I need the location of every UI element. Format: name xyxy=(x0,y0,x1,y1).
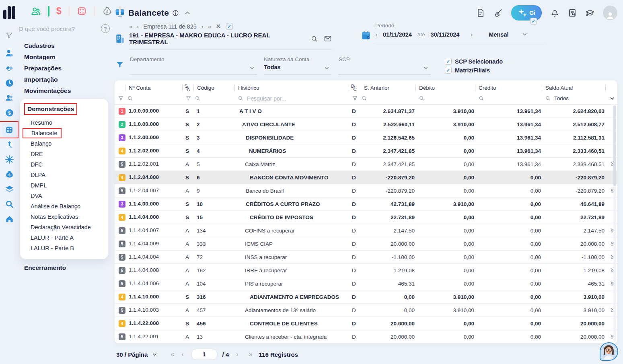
sidebar-item-balancete[interactable]: Balancete xyxy=(23,128,62,138)
debito-filter-search-icon[interactable] xyxy=(419,95,425,101)
period-mode-select[interactable]: Mensal xyxy=(489,31,508,38)
sidebar-item-importacao[interactable]: Importação xyxy=(19,74,114,85)
user-avatar[interactable] xyxy=(603,6,617,20)
sidebar-item-analise-de-balanco[interactable]: Análise de Balanço xyxy=(24,201,104,212)
company-checkbox[interactable]: ✓ xyxy=(226,23,233,30)
sidebar-item-movimentacoes[interactable]: Movimentações xyxy=(19,85,114,97)
info-icon[interactable] xyxy=(172,10,179,16)
company-prev-button[interactable]: ‹ xyxy=(137,23,138,30)
money-bag-gray-icon[interactable]: $ xyxy=(102,6,112,16)
table-row[interactable]: 51.1.4.04.009A333ICMS CIAPD20.000,000,00… xyxy=(115,237,617,251)
per-page-chevron-icon[interactable] xyxy=(152,352,158,358)
period-start-date[interactable]: 01/11/2024 xyxy=(383,31,412,38)
gear-icon[interactable] xyxy=(3,154,15,165)
dc-filter-funnel-icon[interactable] xyxy=(352,95,358,101)
collapse-chevron-up-icon[interactable] xyxy=(184,9,191,16)
conta-filter-search-icon[interactable] xyxy=(127,95,133,101)
col-header-credito[interactable]: Crédito xyxy=(475,84,542,91)
sidebar-item-balanco[interactable]: Balanço xyxy=(24,138,104,149)
company-first-button[interactable]: « xyxy=(129,23,132,30)
sidebar-item-dmpl[interactable]: DMPL xyxy=(24,180,104,191)
search-filter-funnel-icon[interactable] xyxy=(5,31,13,39)
period-end-date[interactable]: 30/11/2024 xyxy=(431,31,460,38)
sidebar-item-declaracao-veracidade[interactable]: Declaração Veracidade xyxy=(24,222,104,232)
table-scrollbar[interactable] xyxy=(613,105,616,186)
app-logo-icon[interactable] xyxy=(3,6,15,19)
sidebar-item-demonstracoes[interactable]: Demonstrações xyxy=(24,103,77,115)
company-search-icon[interactable] xyxy=(310,35,318,43)
mail-icon[interactable] xyxy=(324,35,332,43)
natureza-chevron-icon[interactable] xyxy=(324,65,330,71)
anterior-filter-search-icon[interactable] xyxy=(361,95,367,101)
table-row[interactable]: 41.1.4.10.000S316ADIANTAMENTO A EMPREGAD… xyxy=(115,290,617,304)
period-prev-button[interactable]: ‹ xyxy=(375,31,377,38)
col-header-codigo[interactable]: Código xyxy=(193,84,234,91)
first-page-button[interactable]: « xyxy=(171,351,174,358)
home-icon[interactable] xyxy=(3,214,15,224)
table-row[interactable]: 31.1.2.00.000S3DISPONIBILIDADED2.126.542… xyxy=(115,131,617,144)
sidebar-search-input[interactable] xyxy=(19,25,101,32)
next-page-button[interactable]: › xyxy=(236,351,238,358)
gi-assistant-button[interactable]: Gi xyxy=(511,5,542,21)
period-next-button[interactable]: › xyxy=(471,31,473,38)
upload-pencil-icon[interactable] xyxy=(3,140,15,150)
last-page-button[interactable]: » xyxy=(249,351,253,358)
table-row[interactable]: 11.0.0.00.000S1A T I V OD2.634.871,373.9… xyxy=(115,105,617,118)
saldo-filter-select[interactable]: Todos xyxy=(554,95,569,101)
company-name[interactable]: 191 - EMPRESA - MAKRO EDUCA - LUCRO REAL… xyxy=(129,32,305,45)
col-header-sa[interactable]: SA/ xyxy=(182,84,193,91)
sidebar-item-preparacoes[interactable]: Preparações xyxy=(19,63,114,74)
prev-page-button[interactable]: ‹ xyxy=(181,351,183,358)
table-row[interactable]: 51.1.2.02.001A5Caixa MatrizD2.347.421,85… xyxy=(115,158,617,171)
sidebar-item-dfc[interactable]: DFC xyxy=(24,159,104,170)
company-clear-icon[interactable]: ✕ xyxy=(216,23,221,30)
departamento-chevron-icon[interactable] xyxy=(249,65,255,71)
table-row[interactable]: 51.1.4.04.007A134COFINS a recuperarD2.14… xyxy=(115,224,617,237)
table-row[interactable]: 31.1.4.00.000S10CRÉDITOS A CURTO PRAZOD4… xyxy=(115,197,617,211)
filter-funnel-icon[interactable] xyxy=(115,60,124,69)
scp-select[interactable]: SCP xyxy=(339,56,430,75)
broom-icon[interactable] xyxy=(493,8,503,18)
codigo-filter-search-icon[interactable] xyxy=(195,95,201,101)
scp-selecionado-checkbox[interactable]: ✓ xyxy=(445,58,452,65)
table-row[interactable]: 51.1.4.04.008A162IRRF a recuperarD1.219,… xyxy=(115,264,617,277)
saldo-filter-chevron-icon[interactable] xyxy=(609,96,615,101)
credito-filter-search-icon[interactable] xyxy=(478,95,484,101)
period-checkbox[interactable]: ✓ xyxy=(530,18,537,25)
layers-icon[interactable] xyxy=(3,184,15,194)
col-header-dc[interactable]: DC/ xyxy=(349,84,361,91)
natureza-select[interactable]: Natureza da Conta Todas xyxy=(264,56,331,75)
sidebar-item-encerramento[interactable]: Encerramento xyxy=(19,262,114,274)
support-chat-avatar[interactable] xyxy=(600,342,618,361)
company-next-button[interactable]: › xyxy=(201,23,203,30)
money-bag-icon[interactable]: $ xyxy=(3,169,15,179)
sidebar-item-dlpa[interactable]: DLPA xyxy=(24,170,104,180)
col-header-saldo[interactable]: Saldo Atual xyxy=(542,84,605,91)
sidebar-item-lalur-parte-a[interactable]: LALUR - Parte A xyxy=(24,232,104,243)
handshake-icon[interactable] xyxy=(3,63,15,73)
col-header-debito[interactable]: Débito xyxy=(415,84,475,91)
calculator-red-icon[interactable] xyxy=(77,6,87,16)
historico-filter-input[interactable] xyxy=(247,95,311,102)
per-page-select[interactable]: 30 / Página xyxy=(116,351,148,358)
sidebar-item-lalur-parte-b[interactable]: LALUR - Parte B xyxy=(24,243,104,253)
table-row[interactable]: 51.1.4.10.003A457Adiantamentos de 13º sa… xyxy=(115,304,617,317)
historico-filter-search-icon[interactable] xyxy=(238,95,244,101)
sidebar-item-cadastros[interactable]: Cadastros xyxy=(19,40,114,51)
clock-icon[interactable] xyxy=(3,78,15,88)
sidebar-item-montagem[interactable]: Montagem xyxy=(19,51,114,63)
table-row[interactable]: 51.1.2.04.007A9Banco do BrasilD-220.879,… xyxy=(115,184,617,197)
table-row[interactable]: 51.1.4.04.004A72INSS a recuperarD-1.100,… xyxy=(115,251,617,264)
conta-filter-funnel-icon[interactable] xyxy=(118,95,124,101)
sidebar-item-dva[interactable]: DVA xyxy=(24,191,104,201)
dollar-red-icon[interactable]: $ xyxy=(56,6,62,16)
bell-icon[interactable] xyxy=(550,8,559,18)
col-header-anterior[interactable]: S. Anterior xyxy=(361,84,415,91)
document-search-icon[interactable] xyxy=(567,8,577,18)
sidebar-item-resumo[interactable]: Resumo xyxy=(24,117,104,128)
table-row[interactable]: 41.1.4.04.000S15CRÉDITO DE IMPOSTOSD22.7… xyxy=(115,211,617,224)
document-icon[interactable] xyxy=(476,8,485,18)
table-row[interactable]: 41.1.2.04.000S6BANCOS CONTA MOVIMENTOD-2… xyxy=(115,171,617,184)
table-row[interactable]: 21.1.0.00.000S2ATIVO CIRCULANTED2.522.66… xyxy=(115,118,617,131)
graduation-cap-icon[interactable] xyxy=(585,8,595,18)
